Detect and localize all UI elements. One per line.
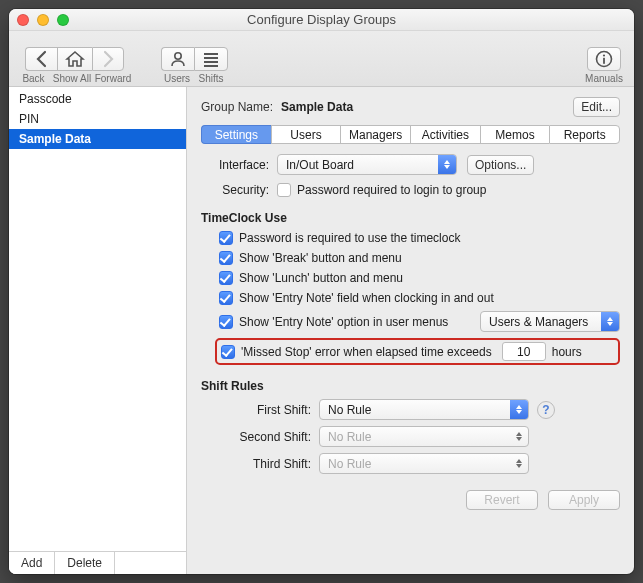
- tabs: Settings Users Managers Activities Memos…: [201, 125, 620, 144]
- sidebar-item-passcode[interactable]: Passcode: [9, 89, 186, 109]
- chevron-right-icon: [101, 50, 115, 68]
- interface-label: Interface:: [201, 158, 269, 172]
- sidebar-footer: Add Delete: [9, 551, 186, 574]
- minimize-icon[interactable]: [37, 14, 49, 26]
- checkbox-icon: [219, 291, 233, 305]
- missed-hours-input[interactable]: 10: [502, 342, 546, 361]
- shifts-label: Shifts: [194, 73, 228, 84]
- options-button[interactable]: Options...: [467, 155, 534, 175]
- tab-settings[interactable]: Settings: [201, 125, 271, 144]
- tc-break-checkbox[interactable]: Show 'Break' button and menu: [219, 251, 402, 265]
- chevron-left-icon: [35, 50, 49, 68]
- shift3-label: Third Shift:: [201, 457, 311, 471]
- sidebar-item-pin[interactable]: PIN: [9, 109, 186, 129]
- shift1-value: No Rule: [328, 403, 371, 417]
- forward-label: Forward: [94, 73, 132, 84]
- chevron-updown-icon: [438, 155, 456, 174]
- tc-missed-label: 'Missed Stop' error when elapsed time ex…: [241, 345, 492, 359]
- close-icon[interactable]: [17, 14, 29, 26]
- checkbox-icon: [219, 315, 233, 329]
- window: Configure Display Groups Back Show All F…: [9, 9, 634, 574]
- content: Group Name: Sample Data Edit... Settings…: [187, 87, 634, 574]
- shift3-select[interactable]: No Rule: [319, 453, 529, 474]
- security-check-label: Password required to login to group: [297, 183, 486, 197]
- tab-reports[interactable]: Reports: [549, 125, 620, 144]
- forward-button[interactable]: [92, 47, 124, 71]
- group-name-label: Group Name:: [201, 100, 273, 114]
- missed-stop-row: 'Missed Stop' error when elapsed time ex…: [215, 338, 620, 365]
- tc-entrynote-checkbox[interactable]: Show 'Entry Note' field when clocking in…: [219, 291, 494, 305]
- tc-entrymenu-label: Show 'Entry Note' option in user menus: [239, 315, 448, 329]
- tc-missed-checkbox[interactable]: 'Missed Stop' error when elapsed time ex…: [221, 345, 492, 359]
- edit-button[interactable]: Edit...: [573, 97, 620, 117]
- home-icon: [65, 50, 85, 68]
- svg-point-0: [174, 53, 180, 59]
- window-title: Configure Display Groups: [9, 12, 634, 27]
- zoom-icon[interactable]: [57, 14, 69, 26]
- shift-header: Shift Rules: [201, 379, 620, 393]
- shift3-value: No Rule: [328, 457, 371, 471]
- shifts-button[interactable]: [194, 47, 228, 71]
- list-icon: [202, 50, 220, 68]
- info-icon: [595, 50, 613, 68]
- interface-value: In/Out Board: [286, 158, 354, 172]
- chevron-updown-icon: [601, 312, 619, 331]
- back-label: Back: [17, 73, 50, 84]
- body: Passcode PIN Sample Data Add Delete Grou…: [9, 87, 634, 574]
- security-checkbox-row[interactable]: Password required to login to group: [277, 183, 486, 197]
- sidebar-item-sample-data[interactable]: Sample Data: [9, 129, 186, 149]
- tc-password-label: Password is required to use the timecloc…: [239, 231, 460, 245]
- security-label: Security:: [201, 183, 269, 197]
- sidebar-list[interactable]: Passcode PIN Sample Data: [9, 87, 186, 551]
- tc-entrymenu-checkbox[interactable]: Show 'Entry Note' option in user menus: [219, 315, 448, 329]
- chevron-updown-icon: [510, 454, 528, 473]
- shift2-label: Second Shift:: [201, 430, 311, 444]
- tc-lunch-checkbox[interactable]: Show 'Lunch' button and menu: [219, 271, 403, 285]
- users-label: Users: [160, 73, 194, 84]
- group-name-value: Sample Data: [281, 100, 353, 114]
- entrymenu-select[interactable]: Users & Managers: [480, 311, 620, 332]
- shift1-label: First Shift:: [201, 403, 311, 417]
- chevron-updown-icon: [510, 400, 528, 419]
- shift2-select[interactable]: No Rule: [319, 426, 529, 447]
- svg-point-2: [603, 54, 605, 56]
- show-all-button[interactable]: [57, 47, 92, 71]
- checkbox-icon: [219, 231, 233, 245]
- tc-break-label: Show 'Break' button and menu: [239, 251, 402, 265]
- checkbox-icon: [221, 345, 235, 359]
- revert-button[interactable]: Revert: [466, 490, 538, 510]
- interface-select[interactable]: In/Out Board: [277, 154, 457, 175]
- chevron-updown-icon: [510, 427, 528, 446]
- timeclock-header: TimeClock Use: [201, 211, 620, 225]
- tc-password-checkbox[interactable]: Password is required to use the timecloc…: [219, 231, 460, 245]
- titlebar: Configure Display Groups: [9, 9, 634, 31]
- tab-managers[interactable]: Managers: [340, 125, 410, 144]
- add-button[interactable]: Add: [9, 552, 55, 574]
- checkbox-icon: [219, 271, 233, 285]
- traffic-lights: [17, 14, 69, 26]
- delete-button[interactable]: Delete: [55, 552, 115, 574]
- tab-memos[interactable]: Memos: [480, 125, 550, 144]
- showall-label: Show All: [50, 73, 94, 84]
- checkbox-icon: [277, 183, 291, 197]
- user-icon: [169, 50, 187, 68]
- toolbar: Back Show All Forward Users Shifts: [9, 31, 634, 87]
- tc-entrynote-label: Show 'Entry Note' field when clocking in…: [239, 291, 494, 305]
- apply-button[interactable]: Apply: [548, 490, 620, 510]
- tab-activities[interactable]: Activities: [410, 125, 480, 144]
- manuals-label: Manuals: [584, 73, 624, 84]
- shift1-select[interactable]: No Rule: [319, 399, 529, 420]
- help-icon[interactable]: ?: [537, 401, 555, 419]
- shift2-value: No Rule: [328, 430, 371, 444]
- users-button[interactable]: [161, 47, 194, 71]
- svg-rect-3: [603, 58, 605, 64]
- back-button[interactable]: [25, 47, 57, 71]
- tc-lunch-label: Show 'Lunch' button and menu: [239, 271, 403, 285]
- checkbox-icon: [219, 251, 233, 265]
- manuals-button[interactable]: [587, 47, 621, 71]
- missed-units-label: hours: [552, 345, 582, 359]
- sidebar: Passcode PIN Sample Data Add Delete: [9, 87, 187, 574]
- entrymenu-value: Users & Managers: [489, 315, 588, 329]
- tab-users[interactable]: Users: [271, 125, 341, 144]
